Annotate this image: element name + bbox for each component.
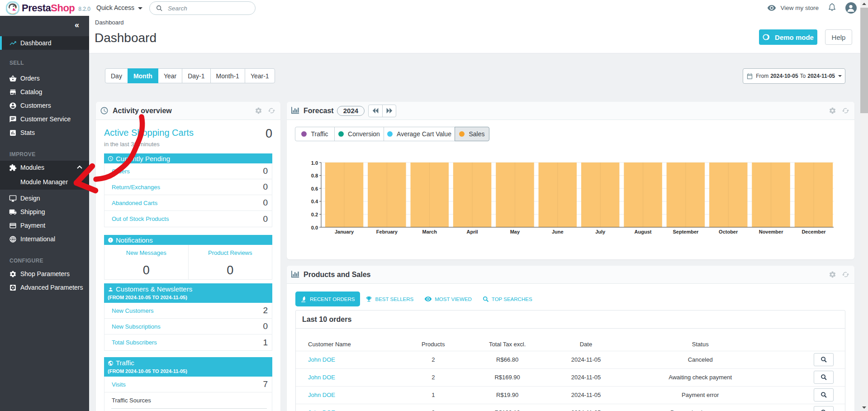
svg-text:1.0: 1.0 xyxy=(311,160,318,166)
svg-text:May: May xyxy=(510,229,520,234)
svg-text:June: June xyxy=(552,229,564,234)
svg-text:October: October xyxy=(719,229,738,234)
svg-text:April: April xyxy=(467,229,478,234)
svg-text:November: November xyxy=(759,229,784,234)
svg-text:March: March xyxy=(422,229,437,234)
svg-text:January: January xyxy=(335,229,354,234)
svg-text:0.0: 0.0 xyxy=(311,225,318,230)
svg-text:July: July xyxy=(595,229,606,234)
svg-text:0.2: 0.2 xyxy=(311,212,318,217)
svg-text:0.4: 0.4 xyxy=(311,199,318,204)
svg-text:0.8: 0.8 xyxy=(311,173,318,178)
svg-text:September: September xyxy=(673,229,699,234)
svg-text:December: December xyxy=(802,229,826,234)
svg-text:February: February xyxy=(376,229,398,234)
svg-text:0.6: 0.6 xyxy=(311,186,318,191)
svg-text:August: August xyxy=(635,229,652,234)
